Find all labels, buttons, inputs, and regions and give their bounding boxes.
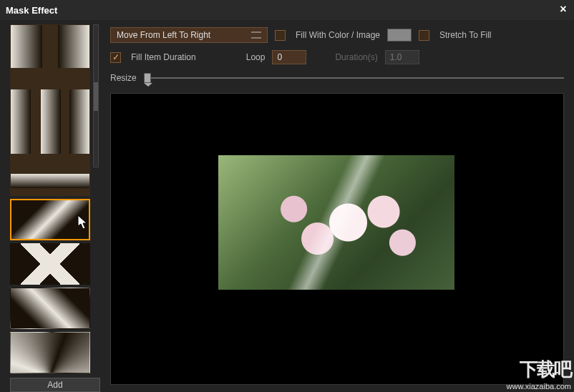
preview-image	[218, 155, 454, 290]
fill-with-color-label: Fill With Color / Image	[296, 30, 380, 40]
stretch-to-fill-label: Stretch To Fill	[439, 30, 491, 40]
main-area: Add Move From Left To Right Fill With Co…	[0, 20, 574, 392]
slider-handle[interactable]	[144, 73, 151, 83]
preset-thumb[interactable]	[10, 332, 90, 373]
duration-label: Duration(s)	[335, 52, 377, 62]
movement-dropdown[interactable]: Move From Left To Right	[110, 27, 268, 43]
options-row-2: Fill Item Duration Loop Duration(s)	[110, 50, 564, 64]
content-panel: Move From Left To Right Fill With Color …	[106, 20, 574, 392]
window-title: Mask Effect	[6, 5, 57, 16]
loop-input[interactable]	[272, 50, 306, 64]
fill-with-color-checkbox[interactable]	[275, 30, 286, 41]
dropdown-arrow-icon	[251, 31, 261, 39]
preset-scrollbar[interactable]	[93, 24, 99, 167]
stretch-to-fill-checkbox[interactable]	[419, 30, 429, 41]
preview-area	[110, 93, 564, 385]
fill-color-swatch[interactable]	[387, 29, 412, 41]
preset-list	[10, 24, 90, 373]
resize-slider[interactable]	[144, 72, 564, 84]
preset-thumb[interactable]	[10, 243, 90, 285]
loop-label: Loop	[246, 52, 266, 62]
mask-presets-sidebar: Add	[0, 20, 106, 392]
cursor-icon	[77, 215, 89, 230]
preset-thumb[interactable]	[10, 288, 90, 329]
preset-thumb[interactable]	[10, 199, 90, 240]
preset-scroll-area	[10, 24, 99, 373]
slider-track	[144, 77, 564, 79]
fill-item-duration-label: Fill Item Duration	[131, 52, 196, 62]
resize-label: Resize	[110, 73, 137, 83]
resize-row: Resize	[110, 72, 564, 84]
scrollbar-thumb[interactable]	[94, 82, 98, 111]
preset-thumb[interactable]	[10, 24, 90, 196]
add-button[interactable]: Add	[10, 378, 100, 392]
movement-selected: Move From Left To Right	[117, 30, 210, 40]
close-icon[interactable]: ×	[557, 3, 570, 16]
duration-input	[385, 50, 419, 64]
options-row-1: Move From Left To Right Fill With Color …	[110, 27, 564, 43]
fill-item-duration-checkbox[interactable]	[110, 52, 121, 63]
titlebar: Mask Effect ×	[0, 0, 574, 20]
